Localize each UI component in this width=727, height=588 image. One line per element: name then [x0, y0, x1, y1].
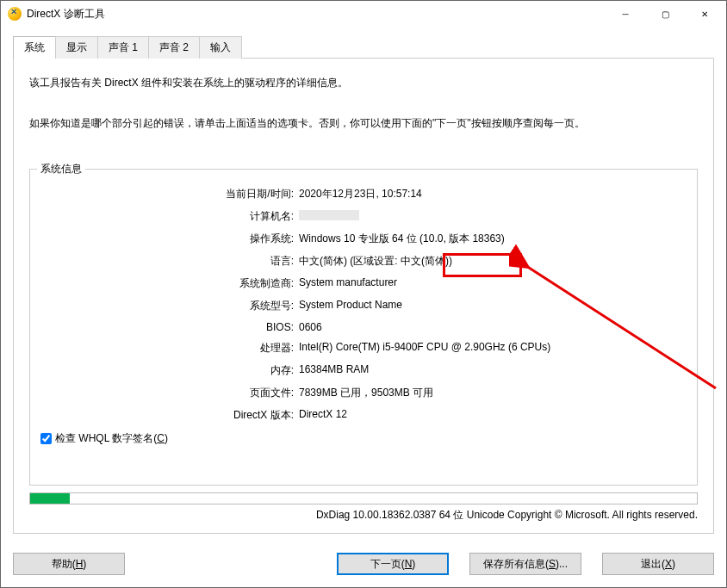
- label-datetime: 当前日期/时间: [40, 187, 299, 201]
- system-info-fieldset: 系统信息 当前日期/时间 2020年12月23日, 10:57:14 计算机名 …: [29, 169, 698, 486]
- label-dx: DirectX 版本: [40, 408, 299, 423]
- intro-line2: 如果你知道是哪个部分引起的错误，请单击上面适当的选项卡。否则，你可以使用下面的"…: [29, 111, 698, 136]
- tab-sound2[interactable]: 声音 2: [148, 36, 200, 59]
- label-mem: 内存: [40, 363, 299, 378]
- value-lang: 中文(简体) (区域设置: 中文(简体)): [299, 254, 687, 269]
- save-all-button[interactable]: 保存所有信息(S)...: [469, 553, 581, 575]
- label-os: 操作系统: [40, 232, 299, 246]
- whql-check-row: 检查 WHQL 数字签名(C): [40, 431, 687, 446]
- value-page: 7839MB 已用，9503MB 可用: [299, 386, 687, 400]
- value-datetime: 2020年12月23日, 10:57:14: [299, 187, 687, 201]
- maximize-button[interactable]: ▢: [645, 1, 685, 27]
- tab-display[interactable]: 显示: [55, 36, 98, 59]
- tab-input[interactable]: 输入: [199, 36, 242, 59]
- tab-strip: 系统 显示 声音 1 声音 2 输入: [13, 36, 714, 59]
- whql-label[interactable]: 检查 WHQL 数字签名(C): [55, 431, 168, 446]
- label-page: 页面文件: [40, 386, 299, 400]
- value-os: Windows 10 专业版 64 位 (10.0, 版本 18363): [299, 232, 687, 246]
- intro-line1: 该工具报告有关 DirectX 组件和安装在系统上的驱动程序的详细信息。: [29, 71, 698, 96]
- label-cpu: 处理器: [40, 341, 299, 356]
- minimize-button[interactable]: ─: [606, 1, 645, 27]
- copyright-text: DxDiag 10.00.18362.0387 64 位 Unicode Cop…: [29, 508, 698, 523]
- label-lang: 语言: [40, 254, 299, 269]
- progress-bar: [29, 492, 698, 504]
- tab-panel: 该工具报告有关 DirectX 组件和安装在系统上的驱动程序的详细信息。 如果你…: [13, 58, 714, 534]
- value-dx: DirectX 12: [299, 408, 687, 423]
- value-computer: [299, 209, 687, 224]
- help-button[interactable]: 帮助(H): [13, 553, 125, 575]
- label-manufacturer: 系统制造商: [40, 276, 299, 291]
- intro-text: 该工具报告有关 DirectX 组件和安装在系统上的驱动程序的详细信息。 如果你…: [29, 71, 698, 152]
- dxdiag-window: DirectX 诊断工具 ─ ▢ ✕ 系统 显示 声音 1 声音 2 输入 该工…: [0, 0, 727, 588]
- label-computer: 计算机名: [40, 209, 299, 224]
- button-row: 帮助(H) 下一页(N) 保存所有信息(S)... 退出(X): [1, 544, 726, 587]
- label-model: 系统型号: [40, 299, 299, 313]
- value-bios: 0606: [299, 321, 687, 333]
- value-manufacturer: System manufacturer: [299, 276, 687, 291]
- fieldset-legend: 系统信息: [37, 162, 85, 176]
- close-button[interactable]: ✕: [685, 1, 724, 27]
- exit-button[interactable]: 退出(X): [602, 553, 714, 575]
- app-icon: [8, 7, 22, 21]
- window-title: DirectX 诊断工具: [27, 7, 105, 22]
- label-bios: BIOS: [40, 321, 299, 333]
- next-page-button[interactable]: 下一页(N): [337, 553, 449, 575]
- whql-checkbox[interactable]: [40, 433, 52, 444]
- value-cpu: Intel(R) Core(TM) i5-9400F CPU @ 2.90GHz…: [299, 341, 687, 356]
- tab-system[interactable]: 系统: [13, 36, 56, 59]
- value-model: System Product Name: [299, 299, 687, 313]
- value-mem: 16384MB RAM: [299, 363, 687, 378]
- tab-sound1[interactable]: 声音 1: [97, 36, 149, 59]
- title-bar: DirectX 诊断工具 ─ ▢ ✕: [1, 1, 726, 27]
- system-info-table: 当前日期/时间 2020年12月23日, 10:57:14 计算机名 操作系统 …: [40, 187, 687, 423]
